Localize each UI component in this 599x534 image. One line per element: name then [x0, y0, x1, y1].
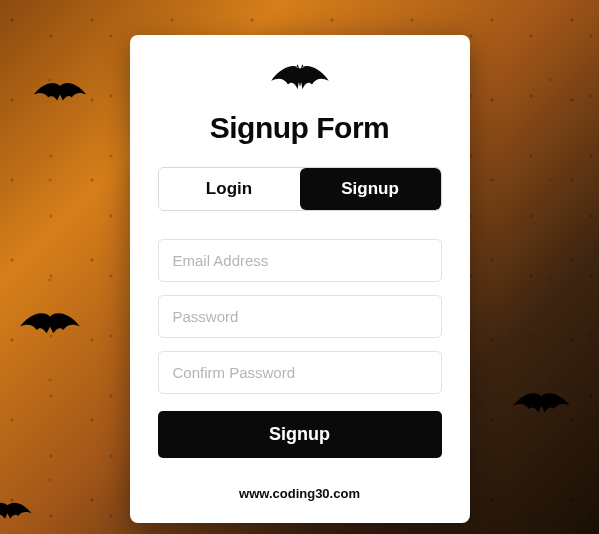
bat-decoration	[15, 310, 85, 350]
bat-icon	[158, 63, 442, 101]
password-field[interactable]	[158, 295, 442, 338]
form-title: Signup Form	[158, 111, 442, 145]
email-field[interactable]	[158, 239, 442, 282]
bat-decoration	[30, 80, 90, 115]
tab-group: Login Signup	[158, 167, 442, 211]
tab-signup[interactable]: Signup	[300, 168, 441, 210]
footer-link[interactable]: www.coding30.com	[158, 486, 442, 501]
bat-decoration	[0, 500, 35, 532]
tab-login[interactable]: Login	[159, 168, 300, 210]
signup-card: Signup Form Login Signup Signup www.codi…	[130, 35, 470, 523]
signup-button[interactable]: Signup	[158, 411, 442, 458]
bat-decoration	[509, 390, 574, 428]
confirm-password-field[interactable]	[158, 351, 442, 394]
